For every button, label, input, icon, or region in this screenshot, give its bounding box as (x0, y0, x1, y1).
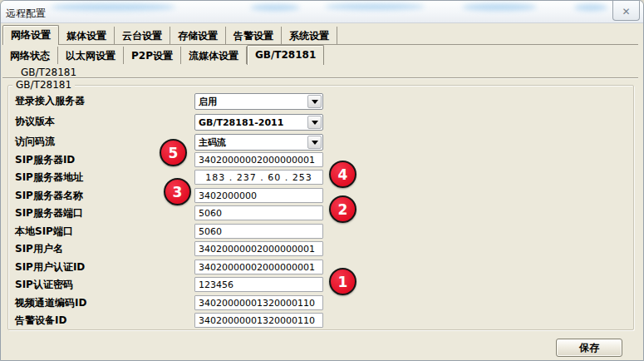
field-label: SIP服务器ID (15, 152, 75, 168)
heading-separator (2, 77, 638, 79)
groupbox-legend: GB/T28181 (12, 79, 75, 91)
field-label: 本地SIP端口 (15, 224, 73, 240)
form-row: 登录接入服务器 启用 (1, 93, 644, 110)
close-icon: ✕ (622, 6, 630, 17)
field-label: SIP服务器名称 (15, 188, 83, 204)
sip-user-auth-id-input[interactable] (194, 260, 323, 274)
select-value: 主码流 (195, 136, 307, 149)
field-label: SIP认证密码 (15, 277, 73, 293)
form-row: SIP服务器地址 183 . 237 . 60 . 253 (1, 170, 644, 186)
form-row: SIP认证密码 (1, 277, 644, 294)
field-label: 告警设备ID (15, 313, 66, 329)
form-row: 访问码流 主码流 (1, 134, 644, 151)
tab-streaming-settings[interactable]: 流媒体设置 (181, 47, 247, 64)
save-button[interactable]: 保存 (556, 339, 622, 357)
form-row: SIP用户名 (1, 241, 644, 258)
form-row: 本地SIP端口 (1, 224, 644, 240)
select-value: GB/T28181-2011 (195, 117, 307, 128)
form-row: 视频通道编码ID (1, 295, 644, 312)
local-sip-port-input[interactable] (194, 224, 323, 239)
sip-server-address-input[interactable]: 183 . 237 . 60 . 253 (194, 170, 323, 185)
section-heading: GB/T28181 (21, 67, 76, 78)
annotation-badge-2: 2 (329, 195, 356, 223)
form-row: 协议版本 GB/T28181-2011 (1, 114, 644, 131)
video-channel-id-input[interactable] (194, 295, 323, 310)
chevron-down-icon (307, 116, 322, 129)
field-label: 访问码流 (15, 134, 55, 150)
field-label: SIP用户认证ID (15, 260, 85, 275)
annotation-badge-1: 1 (329, 268, 356, 295)
tab-media-settings[interactable]: 媒体设置 (59, 27, 115, 44)
tab-network-status[interactable]: 网络状态 (2, 47, 58, 64)
tab-p2p-settings[interactable]: P2P设置 (124, 47, 181, 64)
chevron-down-icon (307, 136, 322, 149)
tab-ptz-settings[interactable]: 云台设置 (115, 27, 170, 44)
glass-reflection (325, 3, 425, 10)
tab-system-settings[interactable]: 系统设置 (282, 27, 337, 44)
tab-ethernet-settings[interactable]: 以太网设置 (58, 47, 124, 64)
glass-reflection (250, 4, 300, 11)
select-value: 启用 (195, 96, 307, 108)
form-row: 告警设备ID (1, 313, 644, 329)
field-label: 视频通道编码ID (15, 295, 86, 311)
annotation-badge-3: 3 (164, 178, 191, 205)
field-label: SIP服务器端口 (15, 205, 83, 221)
access-stream-select[interactable]: 主码流 (194, 134, 323, 151)
titlebar: 远程配置 ✕ (1, 1, 643, 23)
close-button[interactable]: ✕ (612, 1, 640, 21)
alarm-device-id-input[interactable] (194, 313, 323, 328)
field-label: SIP服务器地址 (15, 170, 83, 185)
sip-server-name-input[interactable] (194, 188, 323, 203)
protocol-version-select[interactable]: GB/T28181-2011 (194, 114, 323, 131)
tab-gbt28181[interactable]: GB/T28181 (247, 45, 324, 65)
tab-alarm-settings[interactable]: 告警设置 (226, 27, 282, 44)
field-label: 协议版本 (15, 114, 55, 130)
sip-server-id-input[interactable] (194, 152, 323, 167)
tab-storage-settings[interactable]: 存储设置 (170, 27, 226, 44)
form-row: SIP用户认证ID (1, 260, 644, 276)
annotation-badge-5: 5 (160, 139, 187, 166)
remote-config-dialog: 远程配置 ✕ 网络设置 媒体设置 云台设置 存储设置 告警设置 系统设置 网络状… (0, 0, 644, 361)
form-row: SIP服务器端口 (1, 205, 644, 222)
sip-auth-password-input[interactable] (194, 277, 323, 292)
glass-reflection (51, 3, 175, 11)
glass-reflection (462, 3, 537, 11)
glass-reflection (574, 4, 607, 11)
primary-tab-bar: 网络设置 媒体设置 云台设置 存储设置 告警设置 系统设置 (2, 27, 638, 45)
tab-network-settings[interactable]: 网络设置 (2, 25, 59, 45)
form-row: SIP服务器ID (1, 152, 644, 169)
sip-username-input[interactable] (194, 241, 323, 256)
login-access-server-select[interactable]: 启用 (194, 93, 323, 110)
annotation-badge-4: 4 (329, 161, 356, 188)
form-row: SIP服务器名称 (1, 188, 644, 205)
chevron-down-icon (307, 95, 322, 108)
secondary-tab-bar: 网络状态 以太网设置 P2P设置 流媒体设置 GB/T28181 (2, 46, 324, 64)
field-label: 登录接入服务器 (15, 93, 85, 109)
window-title: 远程配置 (6, 7, 46, 21)
sip-server-port-input[interactable] (194, 205, 323, 220)
field-label: SIP用户名 (15, 241, 63, 257)
